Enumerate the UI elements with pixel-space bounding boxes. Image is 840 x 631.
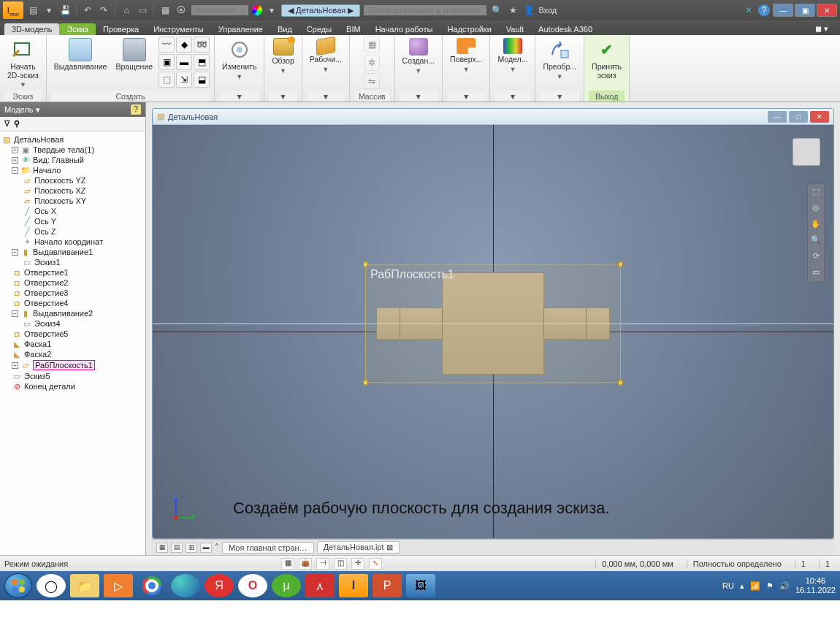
nav-fullnav-icon[interactable]: ◎ <box>810 203 822 215</box>
mdi-restore-button[interactable]: ▣ <box>795 4 815 17</box>
layout-icon[interactable]: ▦ <box>156 543 168 553</box>
open-icon[interactable]: ▾ <box>42 4 56 17</box>
signin-label[interactable]: Вход <box>538 6 557 15</box>
taskbar-edge-icon[interactable] <box>171 574 200 597</box>
start-2d-sketch-button[interactable]: Начать 2D-эскиз ▼ <box>4 37 42 90</box>
taskbar-explorer-icon[interactable]: 📁 <box>70 574 99 597</box>
tab-tools[interactable]: Инструменты <box>146 23 211 35</box>
tab-inspect[interactable]: Проверка <box>96 23 146 35</box>
taskbar-powerpoint-icon[interactable]: P <box>373 574 402 597</box>
nav-home-icon[interactable]: ⬚ <box>810 187 822 199</box>
status-tool-4[interactable]: ◫ <box>334 558 347 570</box>
convert-button[interactable]: Преобр...▼ <box>540 37 579 82</box>
dropdown-icon[interactable]: ▾ <box>265 4 278 17</box>
tab-environments[interactable]: Среды <box>299 23 339 35</box>
tray-volume-icon[interactable]: 🔊 <box>779 581 790 591</box>
select-icon[interactable]: ▭ <box>136 4 149 17</box>
document-titlebar[interactable]: ▧ДетальНовая — □ ✕ <box>153 109 833 125</box>
decal-icon[interactable]: ⬚ <box>159 72 175 88</box>
browse-button[interactable]: Обзор▼ <box>269 37 297 76</box>
simulation-button[interactable]: Модел...▼ <box>495 37 530 74</box>
sweep-icon[interactable]: 〰 <box>159 37 175 53</box>
collapse-icon[interactable]: − <box>12 249 18 256</box>
taskbar-chrome-icon[interactable] <box>137 574 167 597</box>
tab-addins[interactable]: Надстройки <box>440 23 498 35</box>
layout2-icon[interactable]: ▤ <box>171 543 183 553</box>
status-tool-3[interactable]: ⊣ <box>316 558 329 570</box>
tab-3d-model[interactable]: 3D-модель <box>4 23 59 35</box>
status-tool-5[interactable]: ✛ <box>351 558 364 570</box>
tab-sketch[interactable]: Эскиз <box>59 23 95 35</box>
doc-close-button[interactable]: ✕ <box>810 111 829 123</box>
tab-manage[interactable]: Управление <box>211 23 270 35</box>
doc-maximize-button[interactable]: □ <box>789 111 808 123</box>
surface-button[interactable]: Поверх...▼ <box>447 37 485 74</box>
mdi-minimize-button[interactable]: — <box>773 4 793 17</box>
modify-button[interactable]: Изменить▼ <box>219 37 259 82</box>
user-icon[interactable]: 👤 <box>522 4 535 17</box>
expand-icon[interactable]: + <box>12 147 18 153</box>
tab-getstarted[interactable]: Начало работы <box>368 23 440 35</box>
new-icon[interactable]: ▤ <box>26 4 39 17</box>
doc-tab-active[interactable]: ДетальНовая.ipt ⊠ <box>317 541 400 554</box>
tray-flag-icon[interactable]: ⚑ <box>766 581 774 591</box>
close-tab-icon[interactable]: ⊠ <box>386 543 393 551</box>
derive-icon[interactable]: ⬒ <box>194 54 210 70</box>
nav-zoom-icon[interactable]: 🔍 <box>810 235 822 247</box>
browser-help-icon[interactable]: ? <box>131 104 141 115</box>
taskbar-acrobat-icon[interactable]: ⋏ <box>305 574 335 597</box>
nav-lookat-icon[interactable]: ▭ <box>810 267 822 279</box>
app-logo[interactable]: IPRO <box>3 1 23 19</box>
expand-icon[interactable]: + <box>12 362 18 369</box>
tab-bim[interactable]: BIM <box>339 23 368 35</box>
expand-icon[interactable]: + <box>12 157 18 164</box>
taskbar-utorrent-icon[interactable]: µ <box>272 574 301 597</box>
start-button[interactable] <box>4 573 32 598</box>
appearance-icon[interactable] <box>252 5 262 15</box>
extrude-button[interactable]: Выдавливание <box>51 37 110 73</box>
collapse-icon[interactable]: − <box>12 167 18 174</box>
mdi-close-button[interactable]: ✕ <box>817 4 837 17</box>
view-cube[interactable] <box>793 138 820 166</box>
exchange-icon[interactable]: ✕ <box>742 4 755 17</box>
document-tab-active[interactable]: ◀ ДетальНовая ▶ <box>281 4 360 17</box>
help-icon[interactable]: ? <box>758 4 770 16</box>
help-search-input[interactable] <box>363 4 487 16</box>
redo-icon[interactable]: ↷ <box>97 4 110 17</box>
save-icon[interactable]: 💾 <box>58 4 72 17</box>
collapse-icon[interactable]: − <box>12 310 18 317</box>
viewport-canvas[interactable]: РабПлоскость1 Создаём рабочую плоскость … <box>153 125 833 538</box>
tab-view[interactable]: Вид <box>270 23 299 35</box>
taskbar-media-icon[interactable]: ▷ <box>104 574 133 597</box>
unwrap-icon[interactable]: ⬓ <box>194 72 210 88</box>
material-dropdown[interactable] <box>191 4 249 16</box>
language-indicator[interactable]: RU <box>722 581 734 590</box>
layers-icon[interactable]: ▦ <box>159 4 172 17</box>
finish-sketch-button[interactable]: ✔ Принять эскиз <box>589 37 625 81</box>
loft-icon[interactable]: ◆ <box>176 37 192 53</box>
revolve-button[interactable]: Вращение <box>112 37 156 73</box>
system-tray[interactable]: RU ▴ 📶 ⚑ 🔊 10:46 16.11.2022 <box>722 576 836 595</box>
home-icon[interactable]: ⌂ <box>120 4 133 17</box>
nav-orbit-icon[interactable]: ⟳ <box>810 251 822 263</box>
coil-icon[interactable]: ➿ <box>194 37 210 53</box>
tray-chevron-icon[interactable]: ▴ <box>740 581 744 591</box>
freeform-button[interactable]: Создан...▼ <box>400 37 438 76</box>
taskbar-yandex2-icon[interactable]: Я <box>205 574 234 597</box>
tab-vault[interactable]: Vault <box>499 23 531 35</box>
work-features-button[interactable]: Рабочи...▼ <box>307 37 345 74</box>
layout4-icon[interactable]: ▬ <box>200 543 212 553</box>
model-tree[interactable]: ▧ДетальНовая +▣Твердые тела(1) +👁Вид: Гл… <box>0 131 145 555</box>
status-tool-2[interactable]: 👜 <box>299 558 312 570</box>
taskbar-yandex-icon[interactable]: ◯ <box>37 574 66 597</box>
taskbar-photos-icon[interactable]: 🖼 <box>406 574 435 597</box>
chevron-up-icon[interactable]: ˄ <box>215 543 219 552</box>
find-icon[interactable]: ⚲ <box>14 119 20 129</box>
work-plane-overlay[interactable]: РабПлоскость1 <box>365 264 621 383</box>
taskbar-clock[interactable]: 10:46 16.11.2022 <box>795 576 836 595</box>
search-icon[interactable]: 🔍 <box>490 4 503 17</box>
tray-network-icon[interactable]: 📶 <box>750 581 760 591</box>
import-icon[interactable]: ⇲ <box>176 72 192 88</box>
status-tool-6[interactable]: ⤡ <box>369 558 382 570</box>
rib-icon[interactable]: ▬ <box>176 54 192 70</box>
